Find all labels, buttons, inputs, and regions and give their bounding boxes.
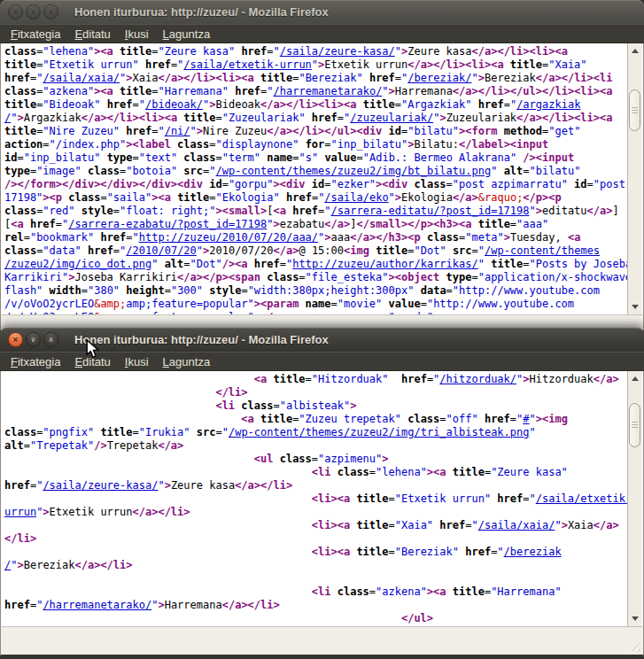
token-attr-value: "/index.php" bbox=[50, 138, 127, 151]
token-attr-value: "get" bbox=[548, 125, 580, 137]
source-link[interactable]: /sarrera-editatu/?post_id=17198 bbox=[331, 205, 530, 217]
token-tag: <a bbox=[254, 373, 267, 385]
scroll-down-button[interactable] bbox=[628, 611, 642, 626]
menu-fitxategia[interactable]: Fitxategia bbox=[4, 354, 67, 369]
source-link[interactable]: /saila/xaia/ bbox=[43, 72, 120, 84]
menu-editatu[interactable]: Editatu bbox=[67, 354, 117, 369]
close-button-icon[interactable]: × bbox=[8, 332, 23, 347]
token-attr-value: "ezker" bbox=[331, 178, 376, 190]
token-attr-value: "Zeure kasa" bbox=[158, 45, 235, 58]
source-link[interactable]: /saila/zeure-kasa/ bbox=[280, 45, 395, 58]
source-line: <li><a title="Etxetik urrun" href="/sail… bbox=[4, 492, 627, 506]
token-text: = bbox=[510, 218, 516, 230]
source-link[interactable]: http://zuzeu/author/karrikas/ bbox=[292, 258, 478, 270]
maximize-button-icon[interactable]: ∧ bbox=[43, 332, 58, 347]
source-link[interactable]: /bereziak/ bbox=[407, 72, 471, 84]
token-text bbox=[446, 585, 453, 598]
scrollbar-thumb[interactable] bbox=[629, 403, 640, 447]
source-link[interactable]: /saila/zeure-kasa/ bbox=[43, 479, 158, 492]
scroll-up-button[interactable] bbox=[628, 43, 642, 58]
token-attr-name: class bbox=[241, 399, 273, 412]
token-tag: ><object bbox=[389, 271, 440, 283]
source-link[interactable]: /wp-content/themes bbox=[485, 244, 600, 257]
resize-grip[interactable] bbox=[628, 639, 640, 651]
menu-laguntza[interactable]: Laguntza bbox=[156, 27, 218, 42]
source-line: type="image" class="botoia" src="/wp-con… bbox=[4, 165, 627, 178]
source-link[interactable]: /2010/07/20 bbox=[126, 244, 196, 257]
source-link[interactable]: /wp-content/themes/zuzeu2/img/bt_bilatu.… bbox=[216, 165, 492, 177]
token-text: = bbox=[81, 284, 88, 297]
token-tag: > bbox=[17, 559, 23, 571]
token-attr-name: class bbox=[183, 151, 215, 164]
source-link[interactable]: urrun bbox=[4, 506, 36, 518]
source-link[interactable]: # bbox=[523, 413, 529, 425]
token-attr-value: " bbox=[267, 218, 273, 230]
token-attr-value: "post azpimarratu" bbox=[453, 178, 568, 190]
source-link[interactable]: /sarrera-ezabatu/?post_id=17198 bbox=[68, 218, 267, 230]
token-attr-name: title bbox=[356, 519, 388, 531]
scroll-down-button[interactable] bbox=[628, 299, 642, 314]
token-text: Etxetik urrun bbox=[50, 506, 133, 518]
titlebar[interactable]: × ∨ ∧ Honen iturburua: http://zuzeu/ - M… bbox=[0, 0, 644, 24]
token-tag: <li><a bbox=[312, 492, 350, 505]
source-line: /zuzeu2/img/ico_dot.png" alt="Dot"/><a h… bbox=[4, 258, 627, 271]
menu-editatu[interactable]: Editatu bbox=[67, 27, 117, 42]
token-text bbox=[81, 244, 88, 257]
source-link[interactable]: /hitzorduak/ bbox=[439, 373, 516, 385]
token-text: ] bbox=[612, 205, 618, 217]
source-link[interactable]: /zuzeulariak/ bbox=[350, 112, 433, 124]
scrollbar-thumb[interactable] bbox=[629, 89, 640, 131]
token-attr-value: " bbox=[382, 85, 388, 97]
token-tag: <ul bbox=[254, 453, 274, 465]
token-attr-name: href bbox=[4, 599, 30, 611]
source-link[interactable]: /harremanetarako/ bbox=[274, 85, 383, 97]
token-attr-value: " bbox=[324, 205, 330, 217]
vertical-scrollbar[interactable] bbox=[627, 43, 642, 314]
close-button-icon[interactable]: × bbox=[8, 4, 23, 19]
token-tag: ><label bbox=[126, 138, 171, 151]
source-link[interactable]: /wp-content/themes/zuzeu2/img/tri_albist… bbox=[229, 426, 530, 438]
source-link[interactable]: /zuzeu2/img/ico_dot.png bbox=[4, 258, 151, 270]
source-link[interactable]: /argazkiak bbox=[516, 98, 580, 111]
source-link[interactable]: /bideoak/ bbox=[145, 98, 203, 111]
token-tag: ><img bbox=[536, 413, 568, 425]
titlebar[interactable]: × ∨ ∧ Honen iturburua: http://zuzeu/ - M… bbox=[0, 328, 644, 352]
token-tag: ><a bbox=[427, 585, 446, 598]
menu-laguntza[interactable]: Laguntza bbox=[156, 354, 218, 369]
source-link[interactable]: /saila/etxetik-urrun bbox=[183, 58, 312, 71]
token-tag: </a> bbox=[594, 519, 619, 531]
token-tag: ><form bbox=[459, 125, 497, 137]
token-text bbox=[446, 466, 453, 478]
source-link[interactable]: /ni/ bbox=[165, 125, 190, 137]
source-link[interactable]: /saila/xaia/ bbox=[478, 519, 555, 531]
source-line: href="/harremanetarako/">Harremana</a></… bbox=[4, 599, 627, 612]
scroll-up-button[interactable] bbox=[628, 371, 642, 386]
source-link[interactable]: http://zuzeu/2010/07/20/aaa/ bbox=[139, 231, 318, 244]
source-link[interactable]: /bereziak bbox=[504, 546, 562, 558]
token-tag: <li bbox=[312, 466, 331, 478]
token-text: Joseba Karrikiri bbox=[74, 271, 177, 283]
token-text: = bbox=[133, 151, 139, 164]
token-attr-name: class bbox=[88, 165, 120, 177]
token-text: = bbox=[133, 98, 139, 111]
minimize-button-icon[interactable]: ∨ bbox=[26, 4, 41, 19]
token-attr-name: title bbox=[4, 58, 36, 71]
token-attr-value: "lehena" bbox=[43, 45, 94, 58]
token-attr-name: href bbox=[286, 191, 312, 204]
vertical-scrollbar[interactable] bbox=[627, 371, 642, 626]
source-link[interactable]: /saila/etxetik- bbox=[536, 492, 632, 505]
menu-ikusi[interactable]: Ikusi bbox=[118, 27, 156, 42]
maximize-button-icon[interactable]: ∧ bbox=[43, 4, 58, 19]
token-attr-value: "application/x-shockwave- bbox=[478, 271, 639, 283]
source-link[interactable]: /harremanetarako/ bbox=[43, 599, 151, 611]
menu-fitxategia[interactable]: Fitxategia bbox=[4, 27, 67, 42]
menu-ikusi[interactable]: Ikusi bbox=[118, 354, 156, 369]
token-text: = bbox=[324, 178, 330, 190]
source-line: /">Bereziak</a></li> bbox=[4, 559, 627, 572]
source-link[interactable]: /saila/eko bbox=[324, 191, 388, 204]
source-code: <a title="Hitzorduak" href="/hitzorduak/… bbox=[4, 373, 627, 626]
source-line: class="data" href="/2010/07/20">2010/07/… bbox=[4, 244, 627, 258]
token-attr-name: alt bbox=[4, 439, 24, 452]
minimize-button-icon[interactable]: ∨ bbox=[26, 332, 41, 347]
token-attr-name: title bbox=[120, 85, 151, 97]
